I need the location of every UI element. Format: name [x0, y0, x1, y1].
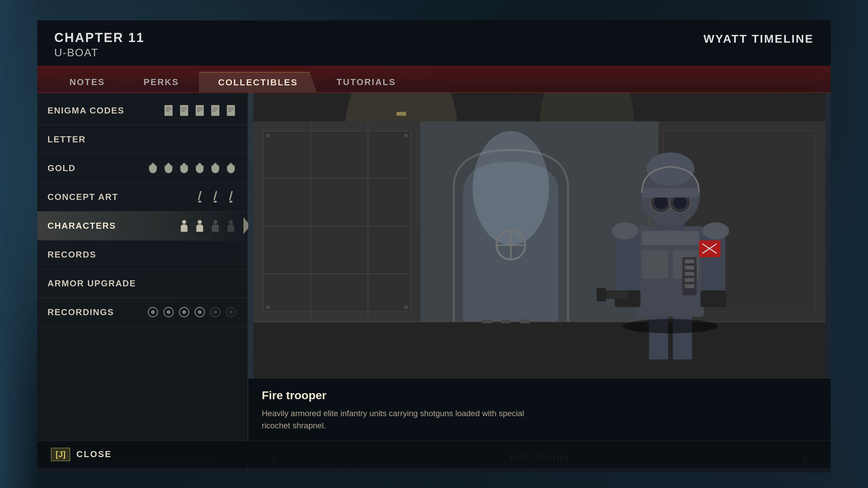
row-label-gold: GOLD [47, 163, 76, 174]
recordings-icons [146, 306, 237, 319]
tab-collectibles[interactable]: COLLECTIBLES [199, 72, 316, 92]
detail-image [248, 93, 831, 379]
list-item-letter[interactable]: LETTER [37, 125, 248, 154]
concept-icon-3 [224, 190, 237, 203]
rec-icon-3 [178, 306, 191, 319]
chapter-title: CHAPTER 11 [54, 30, 145, 45]
row-label-concept: CONCEPT ART [47, 192, 118, 202]
svg-rect-110 [254, 93, 825, 379]
content-area: ENIGMA CODES [37, 93, 831, 472]
bg-left-panel [0, 0, 41, 488]
collectibles-list: ENIGMA CODES [37, 93, 248, 472]
rec-icon-1 [146, 306, 159, 319]
svg-point-28 [213, 220, 217, 224]
gold-icon-6 [224, 162, 237, 175]
row-label-recordings: RECORDINGS [47, 307, 114, 318]
gold-icon-2 [162, 162, 175, 175]
enigma-icon-5 [224, 104, 237, 117]
detail-info: Fire trooper Heavily armored elite infan… [248, 379, 831, 442]
char-icon-4 [224, 219, 237, 232]
rec-icon-2 [162, 306, 175, 319]
row-label-records: RECORDS [47, 249, 96, 260]
chapter-info: CHAPTER 11 U-BOAT [54, 30, 145, 59]
gold-icon-3 [178, 162, 191, 175]
tab-tutorials[interactable]: TUTORIALS [318, 72, 415, 92]
list-item-gold[interactable]: GOLD [37, 154, 248, 183]
list-item-armor-upgrade[interactable]: ARMOR UPGRADE [37, 269, 248, 298]
gold-icons [146, 162, 237, 175]
svg-rect-20 [198, 191, 201, 200]
characters-icons [178, 219, 237, 232]
rec-icon-5 [209, 306, 222, 319]
svg-point-23 [214, 201, 217, 203]
close-label: CLOSE [76, 449, 112, 460]
concept-icon-1 [193, 190, 206, 203]
list-item-recordings[interactable]: RECORDINGS [37, 298, 248, 327]
detail-description: Heavily armored elite infantry units car… [262, 407, 533, 432]
gold-icon-5 [209, 162, 222, 175]
detail-name: Fire trooper [262, 389, 817, 402]
svg-point-35 [168, 311, 169, 313]
svg-point-38 [183, 311, 185, 313]
gold-icon-4 [193, 162, 206, 175]
tabs-bar: NOTES PERKS COLLECTIBLES TUTORIALS [37, 66, 831, 93]
svg-point-25 [229, 201, 233, 203]
svg-rect-24 [229, 191, 233, 200]
svg-rect-8 [196, 105, 204, 116]
svg-rect-4 [180, 105, 188, 116]
enigma-icon-1 [162, 104, 175, 117]
svg-rect-0 [164, 105, 173, 116]
svg-point-27 [198, 220, 202, 224]
detail-panel: Fire trooper Heavily armored elite infan… [248, 93, 831, 472]
tab-notes[interactable]: NOTES [51, 72, 124, 92]
svg-point-21 [198, 201, 201, 203]
list-item-records[interactable]: RECORDS [37, 240, 248, 269]
list-item-enigma-codes[interactable]: ENIGMA CODES [37, 96, 248, 125]
row-label-letter: LETTER [47, 134, 86, 145]
svg-rect-22 [213, 191, 217, 200]
scene-illustration [248, 93, 831, 379]
svg-point-32 [152, 311, 154, 313]
ui-container: CHAPTER 11 U-BOAT WYATT TIMELINE NOTES P… [37, 20, 831, 468]
char-icon-1 [178, 219, 191, 232]
enigma-icon-4 [209, 104, 222, 117]
timeline-label: WYATT TIMELINE [704, 30, 814, 45]
char-icon-3 [209, 219, 222, 232]
svg-point-44 [215, 311, 216, 313]
close-key-badge: [J] [51, 448, 70, 461]
svg-point-47 [230, 311, 232, 313]
row-label-characters: CHARACTERS [47, 221, 116, 231]
gold-icon-1 [146, 162, 159, 175]
chapter-subtitle: U-BOAT [54, 46, 145, 59]
svg-point-29 [229, 220, 233, 224]
svg-point-41 [199, 311, 200, 313]
enigma-icons [162, 104, 237, 117]
footer-bar: [J] CLOSE [37, 441, 831, 468]
svg-point-26 [182, 220, 186, 224]
close-button[interactable]: [J] CLOSE [51, 448, 112, 461]
rec-icon-4 [193, 306, 206, 319]
enigma-icon-3 [193, 104, 206, 117]
concept-icons [193, 190, 237, 203]
svg-rect-12 [211, 105, 219, 116]
concept-icon-2 [209, 190, 222, 203]
rec-icon-6 [224, 306, 237, 319]
svg-rect-16 [227, 105, 235, 116]
header: CHAPTER 11 U-BOAT WYATT TIMELINE [37, 20, 831, 66]
list-item-characters[interactable]: CHARACTERS [37, 211, 248, 240]
tab-perks[interactable]: PERKS [125, 72, 198, 92]
enigma-icon-2 [178, 104, 191, 117]
char-icon-2 [193, 219, 206, 232]
list-item-concept-art[interactable]: CONCEPT ART [37, 183, 248, 211]
row-label-armor: ARMOR UPGRADE [47, 278, 136, 289]
row-label-enigma: ENIGMA CODES [47, 105, 124, 116]
